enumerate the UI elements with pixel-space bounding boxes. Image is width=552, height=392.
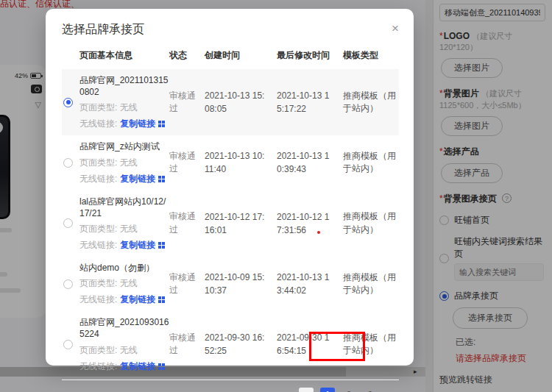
qrcode-icon[interactable] xyxy=(158,121,165,127)
pagination-page-1[interactable]: 1 xyxy=(320,388,335,392)
modal-title: 选择品牌承接页 xyxy=(62,22,144,38)
col-header: 创建时间 xyxy=(205,49,277,62)
link-label: 无线链接: xyxy=(79,239,117,252)
pagination-page-3[interactable]: 3 xyxy=(363,388,378,392)
copy-link-button[interactable]: 复制链接 xyxy=(120,173,155,185)
row-modified: 2021-10-13 15:17:22 xyxy=(277,89,343,115)
row-template-type: 推商模板（用于站内） xyxy=(343,90,399,115)
copy-link-button[interactable]: 复制链接 xyxy=(120,118,155,130)
pagination-prev-icon[interactable]: < xyxy=(299,388,314,392)
row-template-type: 推商模板（用于站内） xyxy=(343,150,399,176)
page-type-label: 页面类型: xyxy=(79,224,117,234)
row-modified: 2021-10-13 10:39:43 xyxy=(277,149,343,176)
page-type-label: 页面类型: xyxy=(79,157,117,168)
select-landing-page-modal: 选择品牌承接页 × 页面基本信息 状态 创建时间 最后修改时间 模板类型 品牌官… xyxy=(46,9,414,366)
page-name: lal品牌官网站内10/12/17/21 xyxy=(79,196,169,219)
row-radio-checked-icon[interactable] xyxy=(63,98,73,107)
page-type-label: 页面类型: xyxy=(79,278,117,288)
row-radio-icon[interactable] xyxy=(63,218,73,228)
copy-link-button[interactable]: 复制链接 xyxy=(120,239,155,252)
col-header: 最后修改时间 xyxy=(277,49,343,62)
table-header-row: 页面基本信息 状态 创建时间 最后修改时间 模板类型 xyxy=(62,49,399,69)
row-template-type: 推商模板（用于站内） xyxy=(343,210,399,236)
row-status: 审核通过 xyxy=(169,150,205,176)
page-type-label: 页面类型: xyxy=(79,345,117,355)
col-header: 状态 xyxy=(169,49,205,62)
pagination-page-2[interactable]: 2 xyxy=(342,388,356,392)
copy-link-button[interactable]: 复制链接 xyxy=(120,360,155,373)
table-row[interactable]: 品牌官网_z站内测试 页面类型: 无线 无线链接: 复制链接 审核通过 2021… xyxy=(62,135,399,190)
row-created: 2021-10-13 15:08:05 xyxy=(205,89,277,115)
page-name: 品牌官网_20211013150802 xyxy=(79,74,169,98)
annotation-red-dot xyxy=(317,231,320,234)
link-label: 无线链接: xyxy=(79,173,117,185)
page-type-value: 无线 xyxy=(120,102,138,113)
qrcode-icon[interactable] xyxy=(158,242,165,249)
table-row[interactable]: 品牌官网_20210930165224 页面类型: 无线 无线链接: 复制链接 … xyxy=(62,311,399,377)
row-status: 审核通过 xyxy=(169,332,205,357)
page-type-value: 无线 xyxy=(120,345,138,355)
app-screen: 品认证、信保认证、 42% ▽ re › ▸ *LOGO （建议尺寸120 xyxy=(0,0,552,392)
pagination-next-icon[interactable]: > xyxy=(384,388,399,392)
row-template-type: 推商模板（用于站内） xyxy=(343,332,399,357)
page-name: 品牌官网_z站内测试 xyxy=(79,140,169,152)
page-type-value: 无线 xyxy=(120,224,138,234)
col-header: 模板类型 xyxy=(343,49,399,62)
table-row[interactable]: 品牌官网_20211013150802 页面类型: 无线 无线链接: 复制链接 … xyxy=(62,69,399,135)
col-header: 页面基本信息 xyxy=(79,49,169,62)
close-icon[interactable]: × xyxy=(392,22,399,35)
page-type-value: 无线 xyxy=(120,157,138,168)
row-created: 2021-10-12 17:16:01 xyxy=(205,210,277,237)
row-status: 审核通过 xyxy=(169,271,205,297)
row-modified: 2021-09-30 16:54:15 xyxy=(277,331,343,357)
qrcode-icon[interactable] xyxy=(158,176,165,182)
qrcode-icon[interactable] xyxy=(158,363,165,370)
row-radio-icon[interactable] xyxy=(63,279,73,289)
copy-link-button[interactable]: 复制链接 xyxy=(120,293,155,306)
row-template-type: 推商模板（用于站内） xyxy=(343,271,399,297)
row-status: 审核通过 xyxy=(169,90,205,115)
page-name: 品牌官网_20210930165224 xyxy=(79,316,169,340)
table-row[interactable]: lal品牌官网站内10/12/17/21 页面类型: 无线 无线链接: 复制链接… xyxy=(62,190,399,257)
link-label: 无线链接: xyxy=(79,360,117,373)
row-created: 2021-10-13 10:11:40 xyxy=(205,149,277,176)
row-radio-icon[interactable] xyxy=(63,340,73,349)
pagination: < 1 2 3 > xyxy=(62,379,399,392)
row-status: 审核通过 xyxy=(169,210,205,236)
page-type-label: 页面类型: xyxy=(79,102,117,113)
table-row[interactable]: 站内demo（勿删） 页面类型: 无线 无线链接: 复制链接 审核通过 2021… xyxy=(62,257,399,311)
row-created: 2021-09-30 16:52:25 xyxy=(205,331,277,357)
row-modified: 2021-10-12 17:31:56 xyxy=(277,210,343,237)
link-label: 无线链接: xyxy=(79,293,117,306)
row-modified: 2021-10-13 13:44:02 xyxy=(277,271,343,297)
page-type-value: 无线 xyxy=(120,278,138,288)
link-label: 无线链接: xyxy=(79,118,117,130)
row-radio-icon[interactable] xyxy=(63,158,73,168)
qrcode-icon[interactable] xyxy=(158,296,165,303)
page-name: 站内demo（勿删） xyxy=(79,262,169,274)
row-created: 2021-10-09 15:10:37 xyxy=(205,271,277,297)
